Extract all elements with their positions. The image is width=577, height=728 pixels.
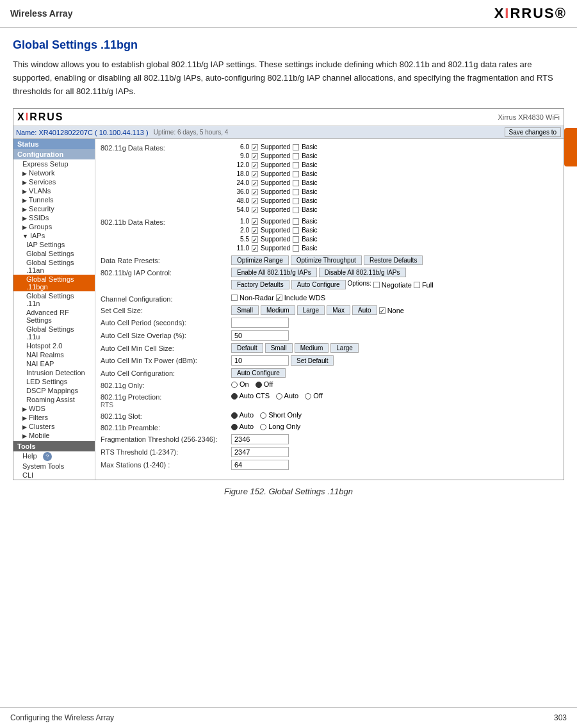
sidebar-item-groups[interactable]: ▶ Groups [13,222,95,231]
auto-configure-button[interactable]: Auto Configure [291,280,346,289]
sidebar-item-global-11bgn[interactable]: Global Settings .11bgn [13,275,95,291]
content-title: Global Settings .11bgn [13,38,564,52]
factory-label-spacer [101,280,229,281]
sidebar-item-dscp[interactable]: DSCP Mappings [13,386,95,395]
sidebar-item-vlans[interactable]: ▶ VLANs [13,186,95,195]
max-stations-input[interactable] [231,460,289,470]
cell-min-small-button[interactable]: Small [265,343,293,353]
cell-min-large-button[interactable]: Large [330,343,359,353]
sidebar-item-network[interactable]: ▶ Network [13,168,95,177]
sidebar-item-express-setup[interactable]: Express Setup [13,159,95,168]
cell-auto-button[interactable]: Auto [352,305,377,315]
cfg-row-factory: Factory Defaults Auto Configure Options:… [101,280,558,291]
cell-size-buttons: Small Medium Large Max Auto None [231,305,558,315]
iface-body: Status Configuration Express Setup ▶ Net… [13,139,564,480]
options-negotiate: Negotiate [373,280,412,289]
cfg-row-80211g-only: 802.11g Only: On Off [101,380,558,389]
disable-all-button[interactable]: Disable All 802.11b/g IAPs [319,268,406,277]
frag-value [231,434,558,444]
sidebar-item-advanced-rf[interactable]: Advanced RF Settings [13,308,95,325]
sidebar-item-roaming[interactable]: Roaming Assist [13,395,95,404]
sidebar-item-security[interactable]: ▶ Security [13,204,95,213]
xirrus-logo: XIRRUS® [494,5,567,22]
sidebar-item-services[interactable]: ▶ Services [13,177,95,186]
cell-min-buttons: Default Small Medium Large [231,343,558,353]
cfg-row-auto-cell-config: Auto Cell Configuration: Auto Configure [101,368,558,378]
sidebar-item-tunnels[interactable]: ▶ Tunnels [13,195,95,204]
sidebar-item-intrusion[interactable]: Intrusion Detection [13,368,95,377]
page-footer: Configuring the Wireless Array 303 [0,707,577,727]
cfg-row-preamble: 802.11b Preamble: Auto Long Only [101,423,558,432]
content-desc: This window allows you to establish glob… [13,58,564,98]
rates-g-label: 802.11g Data Rates: [101,143,229,152]
sidebar-item-global-11n[interactable]: Global Settings .11n [13,291,95,308]
cfg-row-rates-g: 802.11g Data Rates: 6.0 Supported Basic … [101,143,558,214]
cell-large-button[interactable]: Large [297,305,325,315]
enable-all-button[interactable]: Enable All 802.11b/g IAPs [231,268,317,277]
sidebar-item-hotspot[interactable]: Hotspot 2.0 [13,341,95,350]
cell-overlap-label: Auto Cell Size Overlap (%): [101,330,229,339]
set-default-button[interactable]: Set Default [291,355,334,366]
channel-config-values: Non-Radar Include WDS [231,294,558,302]
sidebar-item-global-11an[interactable]: Global Settings .11an [13,258,95,275]
footer-right: 303 [554,713,567,722]
save-changes-button[interactable]: Save changes to [505,127,562,137]
cell-period-label: Auto Cell Period (seconds): [101,318,229,327]
sidebar-item-cli[interactable]: CLI [13,471,95,480]
cfg-row-presets: Data Rate Presets: Optimize Range Optimi… [101,255,558,265]
cell-max-button[interactable]: Max [327,305,350,315]
cell-medium-button[interactable]: Medium [261,305,295,315]
iface-device-title: Xirrus XR4830 WiFi [498,113,560,121]
iface-main-panel: 802.11g Data Rates: 6.0 Supported Basic … [95,139,564,480]
iap-control-buttons: Enable All 802.11b/g IAPs Disable All 80… [231,268,558,277]
protection-label: 802.11g Protection:RTS [101,392,229,408]
sidebar-item-led[interactable]: LED Settings [13,377,95,386]
sidebar-item-nai-realms[interactable]: NAI Realms [13,350,95,359]
sidebar-item-filters[interactable]: ▶ Filters [13,413,95,422]
cell-small-button[interactable]: Small [231,305,259,315]
sidebar-item-iap-settings[interactable]: IAP Settings [13,240,95,249]
factory-defaults-button[interactable]: Factory Defaults [231,280,289,289]
cell-min-default-button[interactable]: Default [231,343,263,353]
restore-defaults-button[interactable]: Restore Defaults [364,255,423,265]
options-label: Options: [348,280,371,289]
cfg-row-cell-min: Auto Cell Min Cell Size: Default Small M… [101,343,558,353]
sidebar-item-clusters[interactable]: ▶ Clusters [13,422,95,431]
cfg-row-cell-overlap: Auto Cell Size Overlap (%): [101,330,558,341]
cell-overlap-input[interactable] [231,330,289,341]
min-tx-input[interactable] [231,355,289,366]
frag-label: Fragmentation Threshold (256-2346): [101,434,229,443]
rts-input[interactable] [231,447,289,457]
optimize-range-button[interactable]: Optimize Range [231,255,289,265]
factory-buttons: Factory Defaults Auto Configure Options:… [231,280,558,291]
sidebar-item-system-tools[interactable]: System Tools [13,462,95,471]
sidebar-item-mobile[interactable]: ▶ Mobile [13,431,95,440]
auto-configure2-button[interactable]: Auto Configure [231,368,286,378]
sidebar-config-header: Configuration [13,149,95,159]
non-radar-label: Non-Radar [240,294,274,302]
auto-label: Auto [284,392,299,400]
cell-period-input[interactable] [231,318,289,328]
radio-on-label: On [240,380,249,388]
sidebar-item-nai-eap[interactable]: NAI EAP [13,359,95,368]
sidebar-item-global-11u[interactable]: Global Settings .11u [13,325,95,341]
sidebar-item-wds[interactable]: ▶ WDS [13,404,95,413]
cfg-row-min-tx: Auto Cell Min Tx Power (dBm): Set Defaul… [101,355,558,366]
slot-label: 802.11g Slot: [101,411,229,420]
sidebar-item-global-settings[interactable]: Global Settings [13,249,95,258]
figure-caption: Figure 152. Global Settings .11bgn [13,487,564,496]
max-stations-value [231,460,558,470]
iface-logo: XIRRUS [17,111,63,123]
sidebar-item-help[interactable]: Help ? [13,451,95,462]
include-wds-label: Include WDS [284,294,325,302]
frag-input[interactable] [231,434,289,444]
optimize-throughput-button[interactable]: Optimize Throughput [291,255,362,265]
auto-cell-config-label: Auto Cell Configuration: [101,368,229,377]
auto-preamble-label: Auto [239,423,254,430]
cell-min-medium-button[interactable]: Medium [295,343,329,353]
radio-off-label: Off [264,380,273,388]
sidebar-item-iaps[interactable]: ▼ IAPs [13,231,95,240]
sidebar-item-ssids[interactable]: ▶ SSIDs [13,213,95,222]
rts-value [231,447,558,457]
long-only-label: Long Only [268,423,300,430]
